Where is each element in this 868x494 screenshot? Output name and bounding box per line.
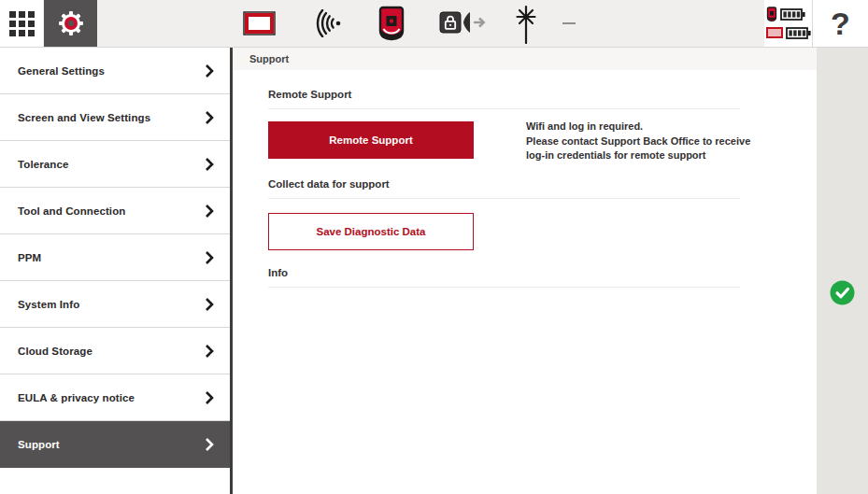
display-mini-icon — [766, 27, 783, 38]
chevron-right-icon — [205, 157, 214, 172]
panel-header: Support — [233, 48, 817, 70]
app-grid-icon — [9, 11, 35, 36]
prism-pole-icon — [513, 4, 539, 44]
sidebar-item-cloud-storage[interactable]: Cloud Storage — [0, 328, 230, 374]
chevron-right-icon — [205, 64, 214, 78]
measure-waves-icon — [310, 9, 344, 37]
sidebar-item-general-settings[interactable]: General Settings — [0, 48, 230, 94]
gear-icon — [56, 8, 86, 38]
section-heading-info: Info — [268, 267, 740, 288]
status-ok-button[interactable] — [830, 280, 855, 305]
chevron-right-icon — [205, 390, 214, 405]
controller-battery-row — [766, 7, 812, 21]
check-circle-icon — [830, 280, 855, 305]
battery-panel — [764, 0, 812, 47]
settings-screen: ? General Settings Screen and View Setti… — [0, 0, 868, 494]
sidebar-item-support[interactable]: Support — [0, 421, 230, 468]
battery-full-icon — [786, 26, 811, 40]
support-panel: Support Remote Support Remote Support Wi… — [233, 48, 817, 494]
page-title: Support — [249, 53, 289, 64]
chevron-right-icon — [205, 110, 214, 125]
dash-status-icon — [562, 22, 576, 24]
status-strip — [817, 48, 868, 494]
chevron-right-icon — [205, 344, 214, 359]
settings-sidebar: General Settings Screen and View Setting… — [0, 48, 230, 494]
chevron-right-icon — [205, 437, 214, 452]
chevron-right-icon — [205, 204, 214, 219]
controller-device-icon — [376, 6, 407, 41]
settings-button-active[interactable] — [44, 0, 97, 47]
controller-mini-icon — [766, 7, 777, 21]
sidebar-item-tool-and-connection[interactable]: Tool and Connection — [0, 188, 230, 234]
display-status-icon — [243, 11, 276, 35]
remote-support-note: Wifi and log in required. Please contact… — [526, 120, 806, 163]
section-heading-collect-data: Collect data for support — [268, 178, 740, 199]
sidebar-item-eula-privacy[interactable]: EULA & privacy notice — [0, 374, 230, 421]
sidebar-item-system-info[interactable]: System Info — [0, 281, 230, 328]
top-bar: ? — [0, 0, 868, 48]
remote-support-button[interactable]: Remote Support — [268, 121, 474, 159]
section-heading-remote-support: Remote Support — [268, 89, 740, 109]
sidebar-item-screen-and-view[interactable]: Screen and View Settings — [0, 94, 230, 141]
help-button[interactable]: ? — [813, 0, 868, 47]
help-icon: ? — [831, 0, 850, 47]
sidebar-item-ppm[interactable]: PPM — [0, 234, 230, 281]
save-diagnostic-data-button[interactable]: Save Diagnostic Data — [268, 213, 474, 250]
display-battery-row — [766, 25, 812, 40]
chevron-right-icon — [205, 297, 214, 312]
chevron-right-icon — [205, 250, 214, 265]
apps-button[interactable] — [0, 0, 43, 47]
sidebar-item-tolerance[interactable]: Tolerance — [0, 141, 230, 188]
camera-lock-out-icon — [439, 9, 488, 35]
battery-full-icon — [780, 7, 805, 21]
